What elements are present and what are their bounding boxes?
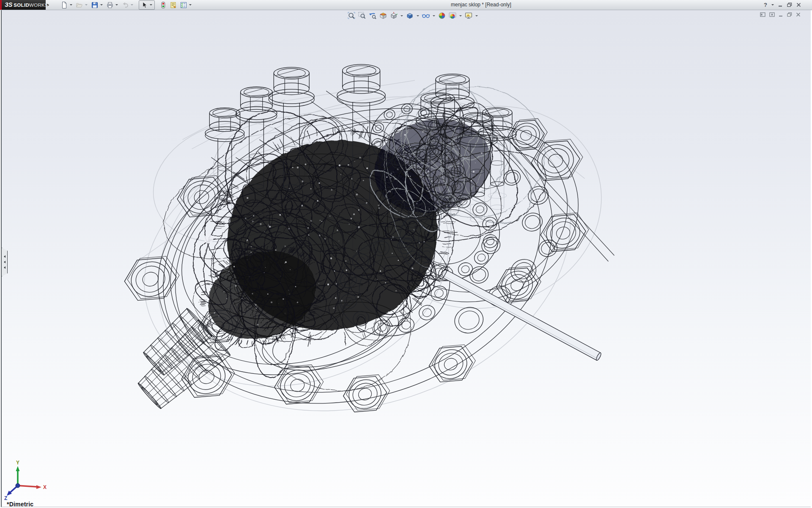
undo-button[interactable]: [120, 0, 130, 9]
new-dropdown-icon[interactable]: [70, 4, 72, 6]
brand-name: SOLIDWORKS: [14, 3, 48, 8]
undo-icon: [121, 1, 129, 9]
app-window-controls: ?: [764, 0, 801, 10]
display-style-dropdown-icon[interactable]: [417, 15, 419, 17]
display-style-icon: [406, 11, 414, 20]
view-orientation-icon: [390, 11, 398, 20]
print-button[interactable]: [105, 0, 115, 9]
highlight-spot: [204, 235, 213, 244]
section-view-icon: [379, 11, 387, 20]
select-dropdown-icon[interactable]: [150, 4, 152, 6]
open-dropdown-icon[interactable]: [85, 4, 88, 6]
print-dropdown-icon[interactable]: [115, 4, 118, 6]
reference-triad: YXZ: [4, 460, 47, 501]
heads-up-view-toolbar: [347, 11, 479, 20]
options-button[interactable]: [178, 0, 188, 9]
select-cursor-icon: [141, 1, 148, 9]
pane-right-icon: [769, 12, 775, 17]
edit-appearance-icon: [438, 11, 446, 20]
hide-show-items-dropdown-icon[interactable]: [433, 15, 435, 17]
apply-scene-dropdown-icon[interactable]: [459, 15, 462, 17]
section-view-button[interactable]: [379, 11, 388, 20]
zoom-to-area-button[interactable]: [357, 11, 367, 20]
apply-scene-icon: [448, 11, 457, 20]
rebuild-trafficlight-icon: [159, 1, 167, 9]
pane-left-icon: [760, 12, 765, 17]
zoom-to-area-icon: [358, 11, 366, 20]
apply-scene-button[interactable]: [448, 11, 457, 20]
select-button[interactable]: [140, 0, 149, 9]
help-dropdown-icon[interactable]: [771, 4, 774, 6]
previous-view-button[interactable]: [368, 11, 377, 20]
hide-show-items-button[interactable]: [421, 11, 431, 20]
collapse-arrow-icon: [4, 266, 5, 269]
view-orientation-dropdown-icon[interactable]: [401, 15, 403, 17]
save-dropdown-icon[interactable]: [100, 4, 103, 6]
logo-red-strip: [0, 0, 2, 10]
hide-show-items-icon: [422, 11, 430, 20]
zoom-to-fit-button[interactable]: [347, 11, 356, 20]
zoom-to-fit-icon: [347, 11, 356, 20]
new-document-button[interactable]: [59, 0, 69, 9]
help-button[interactable]: ?: [764, 0, 767, 10]
edit-appearance-button[interactable]: [437, 11, 447, 20]
collapse-arrow-icon: [4, 261, 5, 263]
featuremanager-collapsed-tab[interactable]: [2, 248, 8, 276]
logo-mark: ЗS: [5, 0, 12, 10]
open-button[interactable]: [74, 0, 84, 9]
rebuild-button[interactable]: [158, 0, 168, 9]
restore-icon: [787, 12, 792, 17]
app-close-button[interactable]: [796, 3, 801, 7]
minimize-icon: [778, 3, 783, 7]
open-folder-icon: [76, 1, 83, 9]
document-window-controls: [760, 12, 801, 17]
graphics-area[interactable]: YXZ: [1, 10, 811, 507]
save-floppy-icon: [91, 1, 99, 9]
solidworks-logo: ЗS SOLIDWORKS: [0, 0, 46, 10]
doc-minimize-button[interactable]: [779, 12, 783, 17]
view-settings-icon: [464, 11, 473, 20]
options-checklist-icon: [180, 1, 187, 9]
view-orientation-label: *Dimetric: [7, 501, 33, 507]
triad-x-label: X: [43, 484, 47, 490]
select-tool-pressed: [139, 0, 155, 10]
save-button[interactable]: [90, 0, 99, 9]
previous-view-icon: [368, 11, 377, 20]
view-settings-button[interactable]: [464, 11, 473, 20]
new-document-icon: [60, 1, 68, 9]
doc-restore-button[interactable]: [787, 12, 792, 17]
view-orientation-button[interactable]: [389, 11, 398, 20]
collapse-arrow-icon: [4, 255, 5, 258]
wireframe-model: YXZ: [2, 10, 811, 507]
options-dropdown-icon[interactable]: [189, 4, 192, 6]
file-properties-icon: [170, 1, 177, 9]
document-title: menjac sklop * [Read-only]: [451, 0, 511, 10]
triad-z-label: Z: [4, 495, 7, 501]
minimize-icon: [779, 12, 783, 17]
title-bar: ЗS SOLIDWORKS: [0, 0, 812, 10]
close-icon: [796, 12, 801, 17]
file-properties-button[interactable]: [168, 0, 178, 9]
app-minimize-button[interactable]: [778, 3, 783, 7]
view-settings-dropdown-icon[interactable]: [475, 15, 478, 17]
doc-close-button[interactable]: [796, 12, 801, 17]
restore-icon: [787, 3, 792, 7]
app-restore-button[interactable]: [787, 3, 792, 7]
print-icon: [106, 1, 114, 9]
triad-y-label: Y: [16, 460, 19, 466]
display-style-button[interactable]: [405, 11, 414, 20]
pane-left-button[interactable]: [760, 12, 765, 17]
main-toolbar: [59, 0, 193, 10]
pane-right-button[interactable]: [769, 12, 775, 17]
undo-dropdown-icon[interactable]: [131, 4, 133, 6]
close-icon: [796, 3, 801, 7]
